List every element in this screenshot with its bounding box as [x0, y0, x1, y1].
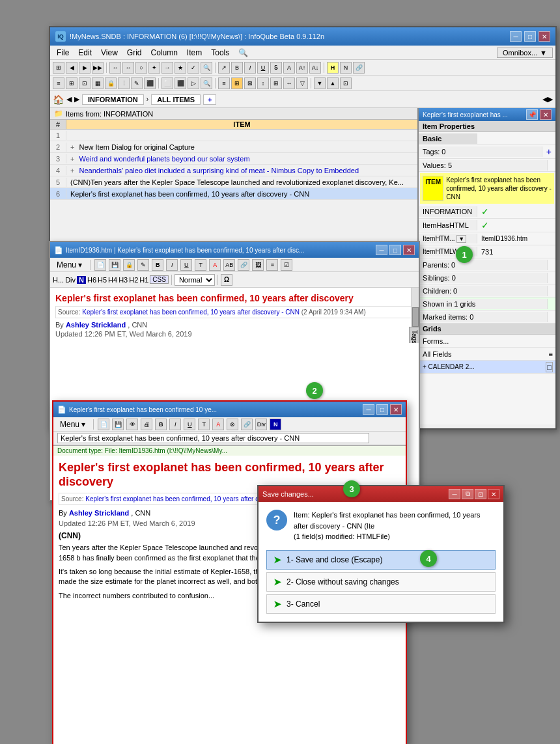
editor2-tb-doc[interactable]: 📄 — [98, 419, 109, 430]
editor2-tb-font[interactable]: T — [198, 419, 210, 430]
tb-icon-11[interactable]: ✓ — [188, 62, 199, 74]
source-link[interactable]: Kepler's first exoplanet has been confir… — [82, 309, 300, 316]
menu-grid[interactable]: Grid — [123, 47, 146, 59]
editor2-tb-link[interactable]: 🔗 — [241, 419, 253, 430]
tb2-icon-4[interactable]: ▦ — [92, 77, 104, 89]
tb-icon-14[interactable]: B — [231, 62, 243, 74]
editor2-tb-remove[interactable]: ⊗ — [227, 419, 238, 430]
format-style-select[interactable]: Normal — [175, 274, 215, 286]
format-omega[interactable]: Ω — [221, 274, 232, 286]
close-button[interactable]: ✕ — [539, 31, 550, 42]
editor2-tb-save[interactable]: 💾 — [112, 419, 124, 430]
editor2-tb-bold[interactable]: B — [155, 419, 167, 430]
save-option-3[interactable]: ➤ 3- Cancel — [266, 594, 496, 614]
save-restore[interactable]: ⧉ — [462, 489, 473, 499]
dropdown-icon[interactable]: ▼ — [456, 235, 466, 243]
tb-icon-3[interactable]: ▶ — [79, 62, 91, 74]
tb2-icon-9[interactable]: ⬜ — [161, 77, 173, 89]
props-pin[interactable]: 📌 — [526, 109, 538, 120]
menu-tools[interactable]: Tools — [207, 47, 233, 59]
tb-icon-6[interactable]: ↔ — [122, 62, 134, 74]
tb2-icon-18[interactable]: ↔ — [283, 77, 295, 89]
editor2-close[interactable]: ✕ — [390, 404, 402, 415]
tb-icon-16[interactable]: U — [257, 62, 269, 74]
tb-icon-15[interactable]: I — [244, 62, 256, 74]
save-close[interactable]: ✕ — [488, 489, 499, 499]
editor2-tb-italic[interactable]: I — [169, 419, 181, 430]
save-min[interactable]: ─ — [449, 489, 460, 499]
row-link[interactable]: Weird and wonderful planets beyond our s… — [79, 155, 250, 163]
maximize-button[interactable]: □ — [524, 31, 536, 42]
tb-icon-19[interactable]: A↑ — [296, 62, 308, 74]
tb2-icon-2[interactable]: ⊞ — [66, 77, 77, 89]
expand-icon[interactable]: + — [70, 143, 74, 151]
editor-tb-underline[interactable]: U — [180, 259, 192, 271]
tb2-icon-15[interactable]: ⊠ — [244, 77, 256, 89]
tb-icon-4[interactable]: ▶▶ — [92, 62, 104, 74]
tags-tab[interactable]: Tags — [409, 327, 419, 343]
tb2-icon-5[interactable]: 🔒 — [105, 77, 117, 89]
scroll-thumb[interactable] — [412, 307, 419, 327]
editor-menu-menu[interactable]: Menu ▾ — [53, 259, 86, 271]
tb-icon-link[interactable]: 🔗 — [353, 62, 365, 74]
editor-tb-img[interactable]: 🖼 — [252, 259, 264, 271]
editor-tb-font[interactable]: T — [195, 259, 206, 271]
editor-tb-align[interactable]: ≡ — [266, 259, 278, 271]
table-row[interactable]: 3 + Weird and wonderful planets beyond o… — [50, 153, 417, 165]
menu-item[interactable]: Item — [183, 47, 206, 59]
props-close[interactable]: ✕ — [540, 109, 552, 120]
editor-tb-link[interactable]: 🔗 — [238, 259, 249, 271]
tb2-icon-1[interactable]: ≡ — [53, 77, 64, 89]
editor2-tb-n[interactable]: N — [270, 419, 281, 430]
save-option-2[interactable]: ➤ 2- Close without saving changes — [266, 572, 496, 592]
tb2-icon-19[interactable]: ▼ — [314, 77, 326, 89]
table-row[interactable]: 6 Kepler's first exoplanet has been conf… — [50, 188, 417, 200]
tb2-icon-6[interactable]: ⋮ — [118, 77, 130, 89]
tb2-icon-8[interactable]: ⬛ — [144, 77, 156, 89]
tb2-icon-filter[interactable]: ▽ — [296, 77, 308, 89]
editor2-tb-div[interactable]: Div — [255, 419, 267, 430]
tb2-icon-13[interactable]: ≡ — [218, 77, 230, 89]
breadcrumb-information[interactable]: INFORMATION — [82, 94, 144, 105]
tb-icon-20[interactable]: A↓ — [309, 62, 321, 74]
tb-icon-5[interactable]: ↔ — [109, 62, 121, 74]
editor-tb-abc[interactable]: AB — [223, 259, 235, 271]
editor2-tb-color[interactable]: A — [212, 419, 224, 430]
editor2-min[interactable]: ─ — [363, 404, 374, 415]
editor2-tb-underline[interactable]: U — [184, 419, 195, 430]
tb2-icon-7[interactable]: ✎ — [131, 77, 143, 89]
editor-tb-check[interactable]: ☑ — [281, 259, 292, 271]
tb-icon-17[interactable]: S̶ — [270, 62, 282, 74]
tb-icon-10[interactable]: ★ — [175, 62, 186, 74]
menu-file[interactable]: File — [53, 47, 73, 59]
editor-tb-edit[interactable]: ✎ — [137, 259, 149, 271]
menu-column[interactable]: Column — [147, 47, 182, 59]
expand-icon[interactable]: + — [70, 155, 74, 163]
menu-view[interactable]: View — [97, 47, 122, 59]
editor-max[interactable]: □ — [389, 245, 401, 255]
props-allfields-row[interactable]: All Fields ≡ — [419, 348, 555, 361]
editor-tb-italic[interactable]: I — [166, 259, 178, 271]
editor-close[interactable]: ✕ — [403, 245, 415, 255]
tb-icon-2[interactable]: ◀ — [66, 62, 77, 74]
tb2-icon-17[interactable]: ⊞ — [270, 77, 282, 89]
tb2-icon-3[interactable]: ⊡ — [79, 77, 91, 89]
tb-icon-12[interactable]: 🔍 — [201, 62, 212, 74]
table-row[interactable]: 1 — [50, 130, 417, 141]
table-row[interactable]: 2 + New Item Dialog for original Capture — [50, 141, 417, 153]
tb2-icon-10[interactable]: ⬛ — [175, 77, 186, 89]
minimize-button[interactable]: ─ — [510, 31, 522, 42]
nav-arrow-left[interactable]: ◀ — [66, 95, 72, 103]
tb-icon-h[interactable]: H — [327, 62, 339, 74]
editor-tb-color[interactable]: A — [209, 259, 221, 271]
tb-icon-n[interactable]: N — [340, 62, 352, 74]
save-option-1[interactable]: ➤ 1- Save and close (Escape) — [266, 550, 496, 570]
editor-tb-lock[interactable]: 🔒 — [123, 259, 135, 271]
tb2-icon-12[interactable]: 🔍 — [201, 77, 212, 89]
nav-arrow-right[interactable]: ▶ — [74, 95, 79, 103]
home-icon[interactable]: 🏠 — [53, 94, 64, 105]
editor-tb-doc[interactable]: 📄 — [94, 259, 106, 271]
editor2-tb-print[interactable]: 🖨 — [141, 419, 152, 430]
tb-icon-13[interactable]: ↗ — [218, 62, 230, 74]
tb2-icon-14[interactable]: ⊞ — [231, 77, 243, 89]
